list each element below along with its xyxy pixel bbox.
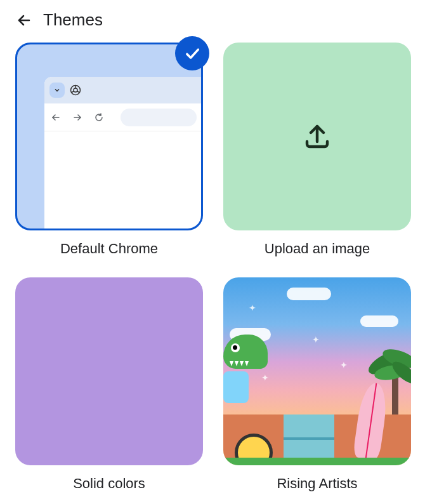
horizon-decoration: [284, 437, 334, 440]
sparkle-icon: ✦: [340, 360, 348, 370]
theme-label: Rising Artists: [277, 475, 357, 492]
chrome-logo-icon: [70, 84, 81, 96]
back-arrow-icon: [16, 13, 32, 28]
chrome-tab-strip: [44, 77, 203, 103]
page-title: Themes: [43, 10, 103, 30]
check-icon: [183, 44, 201, 62]
water-decoration: [284, 414, 334, 459]
nav-back-icon: [51, 112, 61, 123]
themes-grid: Default Chrome Upload an image Solid col…: [15, 43, 410, 492]
tab-search-button: [49, 83, 65, 98]
cloud-icon: [287, 288, 331, 300]
theme-tile-upload: [223, 43, 411, 230]
sparkle-icon: ✦: [312, 335, 320, 345]
chrome-toolbar: [44, 103, 203, 131]
svg-line-5: [72, 91, 74, 93]
grass-decoration: [223, 458, 411, 465]
theme-label: Default Chrome: [60, 241, 158, 257]
selected-checkmark: [175, 36, 209, 70]
theme-item-solid-colors[interactable]: Solid colors: [15, 277, 203, 492]
theme-tile-rising-artists: ✦ ✦ ✦ ✦: [223, 277, 411, 465]
header: Themes: [15, 10, 410, 30]
sparkle-icon: ✦: [249, 303, 256, 313]
nav-forward-icon: [72, 112, 82, 123]
upload-icon: [302, 121, 332, 152]
svg-line-4: [77, 91, 79, 93]
theme-tile-default-chrome: [15, 43, 203, 230]
nav-reload-icon: [94, 112, 104, 123]
tile-wrapper: [15, 43, 203, 230]
theme-item-rising-artists[interactable]: ✦ ✦ ✦ ✦: [223, 277, 411, 492]
theme-tile-solid-colors: [15, 277, 203, 465]
cloud-icon: [360, 315, 398, 327]
back-button[interactable]: [15, 11, 33, 29]
omnibox: [121, 109, 197, 126]
theme-item-upload-image[interactable]: Upload an image: [223, 43, 411, 257]
theme-label: Solid colors: [73, 475, 145, 492]
chrome-window-preview: [44, 77, 203, 230]
crocodile-icon: [223, 335, 274, 398]
theme-item-default-chrome[interactable]: Default Chrome: [15, 43, 203, 257]
theme-label: Upload an image: [265, 241, 370, 257]
chevron-down-icon: [54, 87, 60, 93]
